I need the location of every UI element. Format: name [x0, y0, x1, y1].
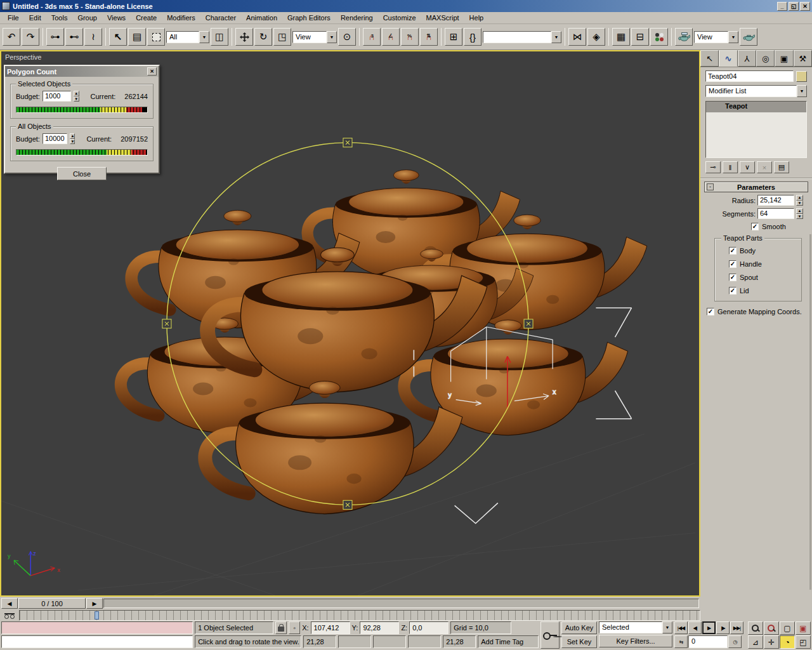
angle-snap-icon[interactable]: ∩∠: [382, 28, 400, 46]
modifier-stack[interactable]: Teapot: [705, 101, 807, 158]
tab-utilities[interactable]: ⚒: [794, 50, 812, 67]
menu-group[interactable]: Group: [72, 13, 102, 23]
spinner-snap-icon[interactable]: ∩⇅: [420, 28, 438, 46]
arc-rotate-handle-left[interactable]: [162, 319, 171, 328]
selected-budget-field[interactable]: 1000: [43, 91, 71, 102]
open-mini-listener-icon[interactable]: [0, 610, 19, 621]
time-slider-handle[interactable]: 0 / 100: [18, 598, 86, 609]
select-by-name-icon[interactable]: ▤: [128, 28, 146, 46]
menu-edit[interactable]: Edit: [24, 13, 46, 23]
key-mode-toggle-icon[interactable]: ⇆: [674, 635, 688, 648]
time-configuration-icon[interactable]: ◷: [728, 635, 742, 648]
percent-snap-icon[interactable]: ∩%: [401, 28, 419, 46]
select-and-rotate-icon[interactable]: ↻: [254, 28, 272, 46]
object-color-swatch[interactable]: [796, 71, 807, 82]
key-filter-dropdown[interactable]: Selected ▼: [599, 621, 672, 633]
time-slider-next-icon[interactable]: ▶: [86, 598, 103, 609]
close-button[interactable]: ✕: [800, 2, 810, 11]
menu-help[interactable]: Help: [464, 13, 489, 23]
select-object-icon[interactable]: ↖: [109, 28, 127, 46]
select-and-move-icon[interactable]: [235, 28, 253, 46]
redo-icon[interactable]: ↷: [22, 28, 39, 46]
segments-spinner[interactable]: ▲▼: [796, 208, 803, 219]
chevron-down-icon[interactable]: ▼: [551, 31, 561, 43]
arc-rotate-icon[interactable]: ◔: [780, 635, 795, 649]
pin-stack-icon[interactable]: ⊸: [705, 161, 721, 173]
spout-checkbox[interactable]: ✓: [729, 274, 737, 281]
named-selection-sets-icon[interactable]: {}: [464, 28, 481, 46]
min-max-toggle-icon[interactable]: ◰: [796, 635, 811, 649]
zoom-extents-icon[interactable]: ▢: [780, 621, 795, 635]
all-budget-field[interactable]: 10000: [43, 133, 68, 144]
modifier-list-dropdown[interactable]: Modifier List ▼: [705, 85, 807, 97]
arc-rotate-handle-bottom[interactable]: [343, 500, 352, 509]
viewport-label[interactable]: Perspective: [5, 53, 41, 61]
set-key-mode-icon[interactable]: [540, 621, 560, 649]
spinner-down-icon[interactable]: ▼: [70, 139, 75, 145]
render-scene-icon[interactable]: [675, 28, 693, 46]
spinner-down-icon[interactable]: ▼: [74, 96, 79, 102]
spinner-up-icon[interactable]: ▲: [70, 133, 75, 139]
keyboard-shortcut-override-icon[interactable]: ⊞: [445, 28, 462, 46]
chevron-down-icon[interactable]: ▼: [728, 31, 738, 43]
align-icon[interactable]: ◈: [587, 28, 605, 46]
window-crossing-icon[interactable]: ◫: [211, 28, 228, 46]
zoom-all-icon[interactable]: [764, 621, 779, 635]
mirror-icon[interactable]: ⋈: [568, 28, 586, 46]
go-to-start-icon[interactable]: |◀◀: [674, 621, 688, 634]
handle-checkbox[interactable]: ✓: [729, 260, 737, 268]
current-frame-marker[interactable]: [95, 611, 99, 620]
z-coordinate-field[interactable]: 0,0: [409, 621, 449, 634]
go-to-end-icon[interactable]: ▶▶|: [730, 621, 743, 634]
reference-coordinate-system-dropdown[interactable]: View ▼: [292, 31, 337, 43]
zoom-icon[interactable]: [748, 621, 763, 635]
title-bar[interactable]: Untitled - 3ds max 5 - Stand-alone Licen…: [0, 0, 812, 12]
render-type-dropdown[interactable]: View ▼: [694, 31, 738, 43]
dialog-title-bar[interactable]: Polygon Count ✕: [5, 66, 159, 77]
viewport-perspective[interactable]: y x: [0, 50, 700, 597]
collapse-icon[interactable]: -: [707, 183, 714, 190]
next-frame-icon[interactable]: |▶: [716, 621, 730, 634]
spinner-up-icon[interactable]: ▲: [74, 91, 79, 96]
rectangular-selection-region-icon[interactable]: [147, 28, 165, 46]
set-key-button[interactable]: Set Key: [561, 635, 597, 648]
listener-macro-recorder-field[interactable]: [1, 621, 193, 634]
chevron-down-icon[interactable]: ▼: [199, 31, 209, 43]
minimize-button[interactable]: _: [777, 2, 787, 11]
body-checkbox[interactable]: ✓: [729, 247, 737, 255]
arc-rotate-handle-top[interactable]: [343, 138, 352, 147]
select-and-scale-icon[interactable]: ◳: [273, 28, 291, 46]
tab-hierarchy[interactable]: Y: [738, 50, 756, 67]
menu-graph-editors[interactable]: Graph Editors: [282, 13, 336, 23]
layer-manager-icon[interactable]: ▦: [612, 28, 630, 46]
previous-frame-icon[interactable]: ◀|: [688, 621, 702, 634]
spinner-up-icon[interactable]: ▲: [796, 195, 803, 201]
curve-editor-icon[interactable]: ⊟: [631, 28, 649, 46]
menu-rendering[interactable]: Rendering: [336, 13, 378, 23]
menu-character[interactable]: Character: [200, 13, 241, 23]
dialog-close-icon[interactable]: ✕: [147, 67, 157, 76]
play-animation-icon[interactable]: ▶: [702, 621, 716, 634]
snap-toggle-icon[interactable]: ∩3: [363, 28, 381, 46]
make-unique-icon[interactable]: ∨: [740, 161, 755, 173]
teapot-objects[interactable]: [121, 170, 646, 514]
material-editor-icon[interactable]: [650, 28, 668, 46]
unlink-selection-icon[interactable]: ⊷: [65, 28, 83, 46]
stack-item-teapot[interactable]: Teapot: [706, 102, 806, 112]
zoom-extents-all-icon[interactable]: ▣: [796, 621, 811, 635]
selection-lock-icon[interactable]: [275, 621, 287, 634]
undo-icon[interactable]: ↶: [3, 28, 20, 46]
budget-spinner[interactable]: ▲▼: [70, 133, 75, 144]
menu-create[interactable]: Create: [131, 13, 162, 23]
tab-modify[interactable]: ∿: [719, 50, 737, 67]
menu-views[interactable]: Views: [102, 13, 131, 23]
select-and-link-icon[interactable]: ⊶: [46, 28, 64, 46]
spinner-down-icon[interactable]: ▼: [796, 214, 803, 220]
lid-checkbox[interactable]: ✓: [729, 287, 737, 295]
budget-spinner[interactable]: ▲▼: [74, 91, 79, 102]
pan-icon[interactable]: ✛: [764, 635, 779, 649]
y-coordinate-field[interactable]: 92,28: [360, 621, 399, 634]
chevron-down-icon[interactable]: ▼: [662, 621, 672, 633]
tab-create[interactable]: ↖: [700, 50, 719, 67]
tab-display[interactable]: ▣: [775, 50, 793, 67]
